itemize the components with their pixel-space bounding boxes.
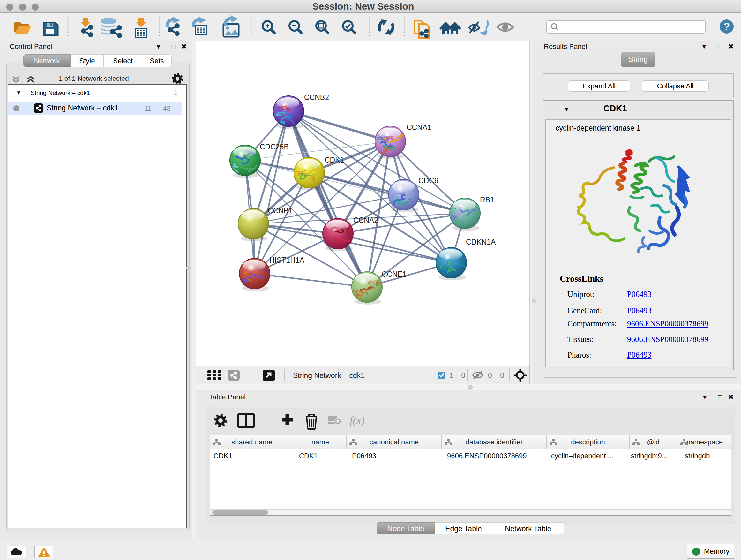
svg-text:0 – 0: 0 – 0 — [488, 371, 504, 380]
svg-text:CCNB1: CCNB1 — [268, 206, 293, 215]
svg-text:CCNB2: CCNB2 — [304, 93, 329, 102]
svg-text:RB1: RB1 — [480, 196, 494, 204]
svg-text:1 – 0: 1 – 0 — [449, 371, 465, 380]
svg-text:CCNE1: CCNE1 — [382, 270, 407, 278]
svg-text:CDC25B: CDC25B — [260, 143, 289, 151]
svg-text:CDK1: CDK1 — [325, 156, 344, 164]
svg-text:f(x): f(x) — [350, 415, 364, 427]
svg-text:CDKN1A: CDKN1A — [466, 238, 496, 246]
svg-text:HIST1H1A: HIST1H1A — [269, 256, 305, 264]
svg-text:CDC6: CDC6 — [418, 177, 439, 185]
svg-text:?: ? — [724, 20, 730, 33]
svg-text:CCNA2: CCNA2 — [353, 216, 378, 225]
svg-text:String Network – cdk1: String Network – cdk1 — [293, 371, 365, 380]
svg-text:CCNA1: CCNA1 — [407, 123, 431, 132]
